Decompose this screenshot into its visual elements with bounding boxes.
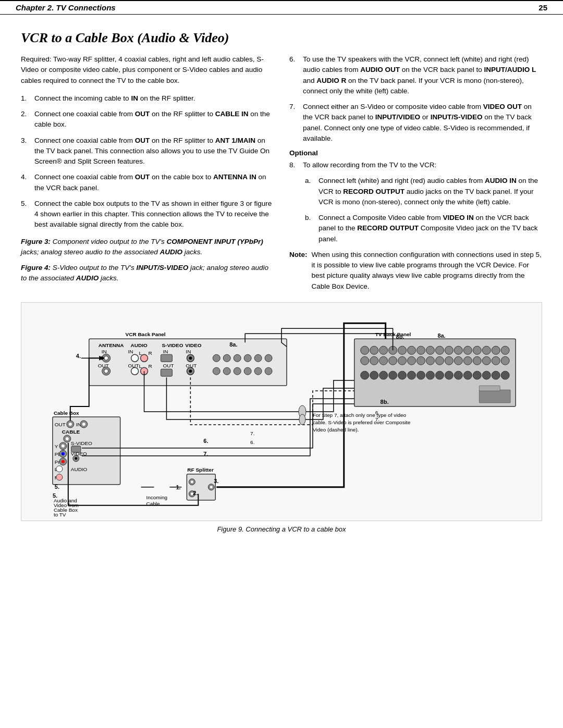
svg-point-5 [104,356,108,360]
svg-point-32 [213,354,220,362]
svg-text:S-VIDEO: S-VIDEO [71,440,92,446]
chapter-title: Chapter 2. TV Connections [16,3,116,12]
svg-point-77 [482,356,491,365]
svg-point-38 [223,367,230,375]
svg-text:6.: 6. [250,439,254,445]
step-4: 4. Connect one coaxial cable from OUT on… [21,172,274,193]
svg-point-124 [56,466,63,472]
svg-text:5.: 5. [55,483,59,489]
svg-point-36 [254,354,262,362]
note-block: Note: When using this connection configu… [289,250,542,292]
step-6: 6. To use the TV speakers with the VCR, … [289,54,542,96]
svg-rect-22 [161,354,172,362]
svg-point-35 [244,354,251,362]
svg-point-127 [56,474,63,480]
svg-point-56 [435,346,444,354]
svg-text:S-VIDEO: S-VIDEO [162,342,183,348]
svg-text:IN: IN [102,349,107,354]
step-8b: b. Connect a Composite Video cable from … [305,213,542,244]
svg-point-41 [254,367,262,375]
svg-point-122 [75,457,77,460]
svg-point-93 [482,371,491,379]
figure-4-caption: Figure 4: S-Video output to the TV's INP… [21,263,274,284]
svg-point-105 [82,423,85,426]
svg-point-11 [131,354,139,362]
svg-point-13 [141,354,148,362]
figure-caption: Figure 9. Connecting a VCR to a cable bo… [21,525,542,533]
optional-steps-list: 8. To allow recording from the TV to the… [289,160,542,170]
svg-point-49 [370,346,378,354]
svg-point-64 [361,356,369,365]
svg-text:IN: IN [186,349,191,354]
svg-text:IN: IN [128,349,133,354]
svg-point-67 [389,356,397,365]
svg-point-89 [445,371,453,379]
svg-point-73 [445,356,453,365]
section-title: VCR to a Cable Box (Audio & Video) [21,30,542,46]
svg-point-62 [492,346,500,354]
svg-text:8a.: 8a. [437,332,445,339]
two-column-layout: Required: Two-way RF splitter, 4 coaxial… [21,54,542,292]
svg-point-114 [62,452,65,455]
svg-point-91 [463,371,472,379]
svg-point-78 [492,356,500,365]
svg-point-79 [501,356,509,365]
connection-diagram: VCR Back Panel ANTENNA IN OUT AUDIO IN L… [21,303,542,521]
svg-point-82 [380,371,388,379]
svg-point-66 [380,356,388,365]
svg-text:8a.: 8a. [229,341,237,348]
step-2: 2. Connect one coaxial cable from OUT on… [21,109,274,130]
svg-point-48 [361,346,369,354]
svg-text:IN: IN [163,349,168,354]
content-area: VCR to a Cable Box (Audio & Video) Requi… [0,30,563,533]
svg-text:RF Splitter: RF Splitter [187,467,214,473]
svg-point-117 [62,460,65,463]
svg-point-72 [435,356,444,365]
svg-point-81 [370,371,378,379]
svg-point-80 [361,371,369,379]
svg-text:8b.: 8b. [381,399,389,405]
sub-steps-list: a. Connect left (white) and right (red) … [289,176,542,244]
svg-point-61 [482,346,491,354]
svg-text:2.: 2. [193,489,198,496]
svg-point-55 [426,346,434,354]
svg-text:Incoming: Incoming [146,494,167,500]
step-8a: a. Connect left (white) and right (red) … [305,176,542,207]
svg-point-69 [408,356,416,365]
svg-point-102 [69,423,72,426]
svg-point-52 [398,346,407,354]
svg-text:CABLE: CABLE [62,429,80,435]
right-column: 6. To use the TV speakers with the VCR, … [289,54,542,292]
steps-list-left: 1. Connect the incoming cable to IN on t… [21,93,274,230]
svg-point-31 [189,369,192,373]
svg-point-39 [234,367,241,375]
svg-point-34 [234,354,241,362]
svg-point-65 [370,356,378,365]
svg-point-68 [398,356,407,365]
svg-point-94 [492,371,500,379]
svg-text:OUT: OUT [55,422,66,427]
svg-text:VCR Back Panel: VCR Back Panel [126,331,166,337]
svg-point-53 [408,346,416,354]
svg-point-33 [223,354,230,362]
optional-label: Optional [289,149,542,157]
svg-point-95 [501,371,509,379]
step-3: 3. Connect one coaxial cable from OUT on… [21,135,274,167]
steps-list-right: 6. To use the TV speakers with the VCR, … [289,54,542,144]
svg-text:OUT: OUT [163,363,174,368]
svg-text:AUDIO: AUDIO [71,466,88,472]
svg-point-60 [473,346,481,354]
svg-point-83 [389,371,397,379]
svg-point-108 [66,437,69,440]
svg-point-70 [417,356,425,365]
step-7: 7. Connect either an S-Video or composit… [289,102,542,144]
svg-point-136 [210,486,213,488]
step-1: 1. Connect the incoming cable to IN on t… [21,93,274,104]
page-number: 25 [538,3,547,12]
svg-point-63 [501,346,509,354]
intro-paragraph: Required: Two-way RF splitter, 4 coaxial… [21,54,274,86]
svg-text:4.: 4. [76,353,81,359]
figure-3-caption: Figure 3: Component video output to the … [21,237,274,258]
svg-point-71 [426,356,434,365]
page: Chapter 2. TV Connections 25 VCR to a Ca… [0,0,563,728]
